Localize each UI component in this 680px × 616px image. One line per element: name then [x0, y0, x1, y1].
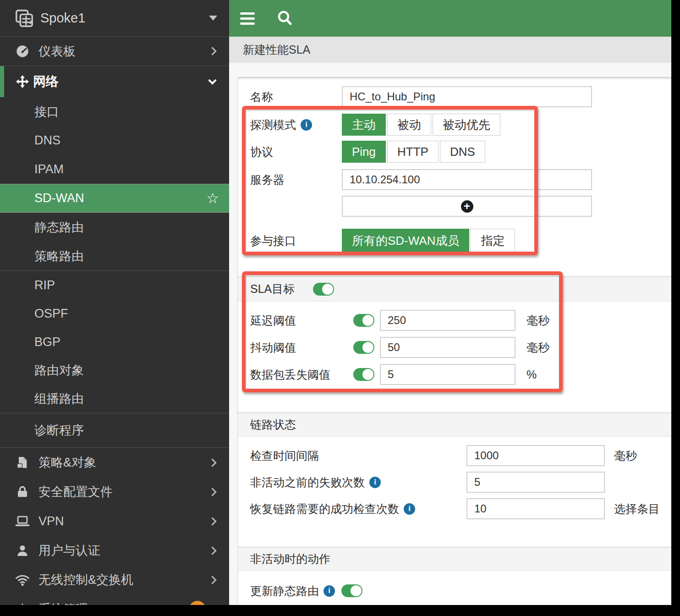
sidebar-item-multicast-routing[interactable]: 组播路由 [0, 385, 229, 413]
chevron-right-icon [208, 517, 216, 525]
top-navbar [229, 0, 680, 37]
device-selector[interactable]: Spoke1 [0, 0, 229, 37]
info-icon[interactable]: i [369, 477, 381, 488]
jitter-unit: 毫秒 [526, 340, 549, 355]
server-row: 服务器 [250, 169, 680, 190]
action-inactive-title: 非活动时的动作 [250, 551, 330, 566]
failures-input[interactable] [466, 472, 605, 493]
packet-loss-unit: % [526, 368, 537, 381]
check-interval-input[interactable] [466, 445, 605, 466]
probe-mode-segment: 主动 被动 被动优先 [342, 114, 502, 136]
laptop-icon [12, 513, 33, 529]
protocol-dns-button[interactable]: DNS [440, 141, 485, 163]
sidebar-item-wifi-switch[interactable]: 无线控制&交换机 [0, 565, 229, 594]
protocol-row: 协议 Ping HTTP DNS [250, 141, 680, 163]
restore-unit: 选择条目 [614, 501, 660, 517]
update-static-route-toggle[interactable] [341, 584, 362, 597]
server-add-row: + [250, 196, 680, 217]
page-title: 新建性能SLA [243, 42, 310, 57]
sidebar-item-interfaces[interactable]: 接口 [0, 97, 229, 126]
sla-target-header: SLA目标 [238, 276, 680, 302]
sidebar-item-static-routes[interactable]: 静态路由 [0, 213, 229, 242]
latency-row: 延迟阈值 毫秒 [250, 309, 680, 331]
sla-target-title: SLA目标 [250, 281, 295, 297]
jitter-input[interactable] [380, 337, 515, 358]
device-caret-icon [209, 16, 217, 21]
sidebar-item-sdwan-selected[interactable]: SD-WAN ☆ [0, 184, 229, 213]
sidebar-item-routing-objects[interactable]: 路由对象 [0, 356, 229, 385]
update-static-route-label: 更新静态路由 [250, 583, 319, 599]
favorite-star-icon[interactable]: ☆ [206, 191, 219, 205]
server-input[interactable] [342, 169, 592, 190]
chevron-down-icon [208, 76, 216, 84]
form-panel: 名称 探测模式 i 主动 被动 被动优先 协议 Ping [237, 77, 680, 616]
info-icon[interactable]: i [324, 585, 335, 597]
dashboard-gauge-icon [12, 44, 33, 59]
latency-input[interactable] [380, 310, 515, 331]
search-icon[interactable] [276, 9, 294, 28]
latency-toggle[interactable] [353, 314, 374, 327]
protocol-http-button[interactable]: HTTP [387, 141, 439, 163]
info-icon[interactable]: i [301, 119, 312, 131]
sidebar-item-network[interactable]: 网络 [0, 66, 229, 97]
info-icon[interactable]: i [404, 503, 415, 515]
protocol-ping-button[interactable]: Ping [342, 141, 386, 163]
probe-mode-passive-button[interactable]: 被动 [387, 114, 431, 136]
link-status-title: 链路状态 [250, 417, 296, 432]
packet-loss-toggle[interactable] [353, 368, 374, 381]
packet-loss-input[interactable] [380, 364, 515, 385]
link-status-header: 链路状态 [238, 412, 680, 437]
chevron-right-icon [208, 488, 216, 496]
device-name: Spoke1 [40, 11, 85, 26]
sidebar: Spoke1 仪表板 网络 接口 DNS [0, 0, 229, 616]
sla-target-toggle[interactable] [313, 283, 334, 296]
check-interval-row: 检查时间间隔 毫秒 [250, 444, 680, 467]
restore-input[interactable] [466, 498, 605, 519]
sidebar-item-dashboard[interactable]: 仪表板 [0, 37, 229, 66]
restore-label: 恢复链路需要的成功检查次数 [250, 501, 399, 517]
server-secondary-input[interactable]: + [342, 196, 592, 217]
probe-mode-label: 探测模式 [250, 117, 296, 132]
probe-mode-active-button[interactable]: 主动 [342, 114, 386, 136]
menu-hamburger-icon[interactable] [240, 10, 255, 28]
sidebar-item-ipam[interactable]: IPAM [0, 155, 229, 184]
packet-loss-row: 数据包丢失阈值 % [250, 363, 680, 385]
participants-all-members-button[interactable]: 所有的SD-WAN成员 [342, 229, 469, 253]
packet-loss-label: 数据包丢失阈值 [250, 367, 353, 382]
sidebar-item-security-profiles[interactable]: 安全配置文件 [0, 477, 229, 506]
chevron-right-icon [208, 546, 216, 555]
server-label: 服务器 [250, 172, 342, 187]
protocol-label: 协议 [250, 144, 342, 160]
sidebar-item-policy-objects[interactable]: 策略&对象 [0, 448, 229, 477]
sidebar-item-diagnostics[interactable]: 诊断程序 [0, 413, 229, 447]
jitter-toggle[interactable] [353, 341, 374, 354]
sidebar-item-rip[interactable]: RIP [0, 271, 229, 299]
participants-row: 参与接口 所有的SD-WAN成员 指定 [250, 229, 680, 253]
sidebar-item-ospf[interactable]: OSPF [0, 299, 229, 328]
name-label: 名称 [250, 89, 342, 104]
probe-mode-row: 探测模式 i 主动 被动 被动优先 [250, 114, 680, 136]
sidebar-item-dns[interactable]: DNS [0, 126, 229, 155]
check-interval-unit: 毫秒 [614, 448, 637, 463]
chevron-right-icon [208, 458, 216, 467]
fortigate-app: Spoke1 仪表板 网络 接口 DNS [0, 0, 680, 616]
main-content: 新建性能SLA 名称 探测模式 i 主动 被动 被动优先 [229, 0, 680, 616]
add-server-icon[interactable]: + [461, 200, 473, 213]
sidebar-item-bgp[interactable]: BGP [0, 328, 229, 356]
jitter-label: 抖动阈值 [250, 340, 353, 355]
probe-mode-prefer-passive-button[interactable]: 被动优先 [433, 114, 500, 136]
lock-icon [12, 484, 33, 499]
chevron-right-icon [208, 47, 216, 55]
update-static-route-row: 更新静态路由 i [250, 580, 680, 602]
failures-row: 非活动之前的失败次数 i [250, 471, 680, 494]
sidebar-item-label: 网络 [33, 73, 59, 90]
sidebar-item-users-auth[interactable]: 用户与认证 [0, 536, 229, 565]
sidebar-item-vpn[interactable]: VPN [0, 506, 229, 536]
document-icon [12, 455, 33, 470]
wifi-icon [12, 572, 33, 588]
sidebar-item-policy-routes[interactable]: 策略路由 [0, 242, 229, 270]
screenshot-crop-bar-bottom [0, 605, 680, 616]
participants-specify-button[interactable]: 指定 [470, 229, 515, 253]
name-input[interactable] [342, 86, 592, 107]
page-title-bar: 新建性能SLA [229, 37, 680, 63]
